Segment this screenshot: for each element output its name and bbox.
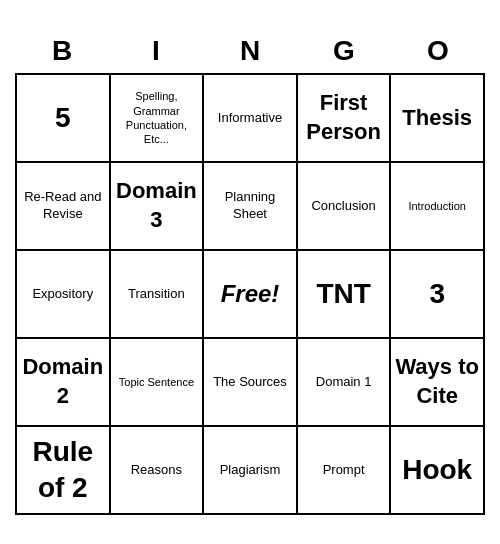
cell-3-2: The Sources (204, 339, 298, 427)
cell-4-2: Plagiarism (204, 427, 298, 515)
bingo-header: BINGO (15, 29, 485, 73)
cell-3-1: Topic Sentence (111, 339, 205, 427)
bingo-grid: 5Spelling, Grammar Punctuation, Etc...In… (15, 73, 485, 515)
cell-1-0: Re-Read and Revise (17, 163, 111, 251)
bingo-card: BINGO 5Spelling, Grammar Punctuation, Et… (15, 29, 485, 515)
header-letter-i: I (116, 35, 196, 67)
cell-1-3: Conclusion (298, 163, 392, 251)
cell-3-3: Domain 1 (298, 339, 392, 427)
cell-0-2: Informative (204, 75, 298, 163)
header-letter-b: B (22, 35, 102, 67)
header-letter-g: G (304, 35, 384, 67)
cell-0-0: 5 (17, 75, 111, 163)
cell-2-3: TNT (298, 251, 392, 339)
cell-4-4: Hook (391, 427, 485, 515)
header-letter-o: O (398, 35, 478, 67)
cell-4-3: Prompt (298, 427, 392, 515)
cell-3-4: Ways to Cite (391, 339, 485, 427)
cell-4-0: Rule of 2 (17, 427, 111, 515)
cell-0-1: Spelling, Grammar Punctuation, Etc... (111, 75, 205, 163)
cell-2-4: 3 (391, 251, 485, 339)
cell-1-4: Introduction (391, 163, 485, 251)
cell-4-1: Reasons (111, 427, 205, 515)
cell-1-1: Domain 3 (111, 163, 205, 251)
cell-0-3: First Person (298, 75, 392, 163)
cell-2-1: Transition (111, 251, 205, 339)
cell-3-0: Domain 2 (17, 339, 111, 427)
cell-0-4: Thesis (391, 75, 485, 163)
header-letter-n: N (210, 35, 290, 67)
cell-2-2: Free! (204, 251, 298, 339)
cell-2-0: Expository (17, 251, 111, 339)
cell-1-2: Planning Sheet (204, 163, 298, 251)
